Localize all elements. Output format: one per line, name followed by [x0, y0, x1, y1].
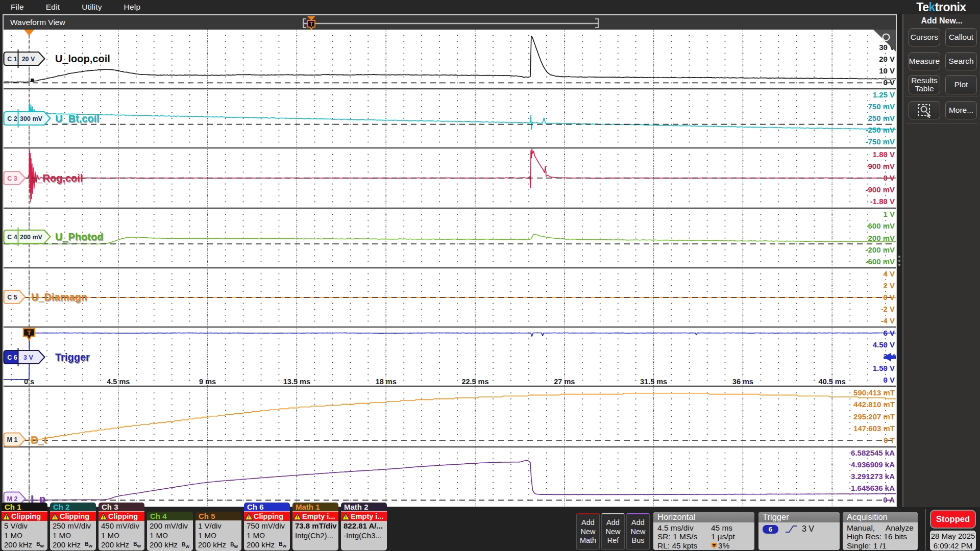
run-stop-button[interactable]: Stopped [930, 510, 976, 529]
channel-warning-row: !Empty i... [292, 512, 338, 521]
add-new-measure-button[interactable]: Measure [909, 52, 940, 70]
channel-badge-header[interactable]: Ch 1 [2, 503, 47, 512]
time-axis-label: 0 s [24, 378, 34, 386]
channel-setting-badge-ch2[interactable]: Ch 2!Clipping250 mV/div1 MΩ200 kHzBW [50, 503, 96, 550]
channel-badge-header[interactable]: Ch 5 [195, 512, 241, 521]
scale-label-m1: 590.413 mT [853, 388, 895, 397]
acquisition-value: Single: 1 /1 [847, 541, 887, 550]
trigger-panel[interactable]: Trigger 6 3 V [758, 512, 840, 550]
badge-scale-label: 3 V [23, 354, 33, 361]
warning-icon: ! [99, 513, 108, 520]
tektronix-logo-text: k [928, 1, 935, 14]
channel-badge-header[interactable]: Ch 6 [244, 503, 290, 512]
channel-badge-body: 450 mV/div1 MΩ200 kHzBW [99, 521, 144, 550]
channel-badge-c4[interactable]: C 4200 mV [4, 228, 51, 246]
channel-setting-badge-ch1[interactable]: Ch 1!Clipping5 V/div1 MΩ200 kHzBW [2, 503, 47, 550]
trace-label-c3[interactable]: U_Rog,coil [30, 172, 83, 184]
panel-separator [906, 96, 977, 96]
add-new-ref-button[interactable]: AddNewRef [601, 513, 625, 550]
time-axis-label: 4.5 ms [107, 378, 130, 386]
trace-label-m1[interactable]: B_t [31, 434, 47, 445]
record-overview-slider[interactable]: T [297, 15, 603, 30]
add-new-results-table-button[interactable]: ResultsTable [909, 75, 940, 94]
trace-label-c6[interactable]: Trigger [55, 352, 90, 363]
channel-setting-badge-math2[interactable]: Math 2!Empty i...822.81 A/...-Intg(Ch3..… [341, 503, 387, 550]
bw-sub: W [137, 544, 141, 548]
menu-item-utility[interactable]: Utility [82, 3, 102, 12]
add-new-math-button[interactable]: AddNewMath [576, 513, 600, 550]
waveform-plot-svg: 30 V20 V10 V0 V1.25 V750 mV250 mV-250 mV… [4, 30, 896, 506]
bandwidth-limit-badge: BW [230, 542, 238, 549]
panel-separator [906, 123, 977, 123]
channel-badge-c6[interactable]: C 63 V [4, 348, 45, 366]
acquisition-panel[interactable]: AcquisitionManual,AnalyzeHigh Res: 16 bi… [843, 512, 918, 550]
scale-label-c5: -2 V [880, 305, 895, 313]
horizontal-panel[interactable]: Horizontal4.5 ms/div45 msSR: 1 MS/s1 µs/… [653, 512, 754, 550]
date-label: 28 May 2025 [930, 531, 976, 541]
box-zoom-button[interactable] [909, 101, 940, 119]
channel-badge-m1[interactable]: M 1 [4, 433, 26, 446]
channel-badge-c5[interactable]: C 5 [4, 290, 26, 304]
waveform-view-window: Waveform View T 30 V20 V10 V0 V1.25 V750… [3, 14, 897, 507]
trace-label-c2[interactable]: U_Bt,coil [55, 113, 100, 124]
channel-setting-badge-ch3[interactable]: Ch 3!Clipping450 mV/div1 MΩ200 kHzBW [99, 503, 144, 550]
bandwidth-limit-badge: BW [182, 542, 189, 549]
scale-label-c3: 0 V [883, 173, 895, 182]
panel-drag-handle[interactable] [898, 256, 901, 267]
channel-badge-header[interactable]: Ch 2 [50, 503, 96, 512]
svg-text:!: ! [248, 514, 250, 520]
waveform-view-title: Waveform View [10, 18, 65, 27]
menu-item-edit[interactable]: Edit [46, 3, 60, 12]
menu-item-file[interactable]: File [11, 3, 24, 12]
trigger-position-triangle-icon[interactable] [24, 30, 34, 36]
channel-setting-badge-math1[interactable]: Math 1!Empty i...73.8 mT/divIntg(Ch2)... [292, 503, 338, 550]
add-new-bus-button[interactable]: AddNewBus [626, 513, 650, 550]
horizontal-panel-body: 4.5 ms/div45 msSR: 1 MS/s1 µs/ptRL: 45 k… [653, 522, 754, 550]
channel-badge-header[interactable]: Ch 3 [99, 503, 144, 512]
badge-scale-label: 300 mV [20, 115, 42, 122]
time-label: 6:09:42 PM [930, 541, 976, 550]
button-label: AddNewMath [580, 518, 596, 545]
channel-badge-c1[interactable]: C 120 V [4, 49, 45, 68]
scale-label-c4: 200 mV [868, 234, 895, 242]
drag-handle-dot [898, 260, 900, 262]
badge-label: M 2 [7, 495, 18, 503]
waveform-view-titlebar[interactable]: Waveform View T [4, 15, 896, 30]
horizontal-value: 45 ms [711, 523, 732, 532]
trigger-t-text: T [27, 329, 31, 337]
scale-label-m1: 0 T [884, 436, 895, 444]
button-label: AddNewRef [605, 518, 620, 545]
waveform-plot-area[interactable]: 30 V20 V10 V0 V1.25 V750 mV250 mV-250 mV… [4, 30, 896, 506]
channel-badge-header[interactable]: Ch 4 [147, 512, 193, 521]
trace-label-c5[interactable]: U_Diamagn [31, 291, 87, 303]
channel-setting-badge-ch4[interactable]: Ch 4200 mV/div1 MΩ200 kHzBW [147, 512, 193, 551]
horizontal-value: 3% [711, 541, 729, 550]
add-new-plot-button[interactable]: Plot [945, 75, 977, 94]
scale-label-c2: -250 mV [865, 126, 895, 134]
horizontal-value: SR: 1 MS/s [657, 532, 711, 541]
add-new-cursors-button[interactable]: Cursors [909, 28, 940, 46]
trace-label-c1[interactable]: U_loop,coil [55, 53, 110, 64]
channel-setting-badge-ch6[interactable]: Ch 6!Clipping750 mV/div1 MΩ200 kHzBW [244, 503, 290, 550]
channel-setting-row: 1 MΩ [247, 531, 290, 541]
trigger-level-marker[interactable]: T [23, 329, 35, 340]
trace-label-c4[interactable]: U_Photod [55, 231, 103, 242]
channel-setting-badge-ch5[interactable]: Ch 51 V/div1 MΩ200 kHzBW [195, 512, 241, 551]
scale-label-c3: 900 mV [868, 162, 895, 170]
time-axis-label: 9 ms [199, 378, 216, 386]
channel-badge-header[interactable]: Math 1 [292, 503, 338, 512]
add-new-search-button[interactable]: Search [945, 52, 977, 70]
acquisition-row: Single: 1 /1 [847, 541, 915, 550]
add-new-callout-button[interactable]: Callout [945, 28, 977, 46]
horizontal-row: RL: 45 kpts3% [657, 541, 751, 550]
add-new-panel: Add New... CursorsCalloutMeasureSearchRe… [902, 14, 980, 507]
channel-badge-header[interactable]: Math 2 [341, 503, 387, 512]
more-button[interactable]: More... [945, 101, 977, 119]
channel-badge-body: 73.8 mT/divIntg(Ch2)... [292, 521, 338, 550]
channel-setting-row: 1 V/div [198, 521, 241, 531]
menu-item-help[interactable]: Help [124, 3, 141, 12]
trigger-level-value: 3 V [802, 524, 814, 534]
trigger-source-badge: 6 [763, 525, 778, 534]
channel-badge-c3[interactable]: C 3 [4, 171, 26, 185]
channel-badge-c2[interactable]: C 2300 mV [4, 109, 51, 128]
